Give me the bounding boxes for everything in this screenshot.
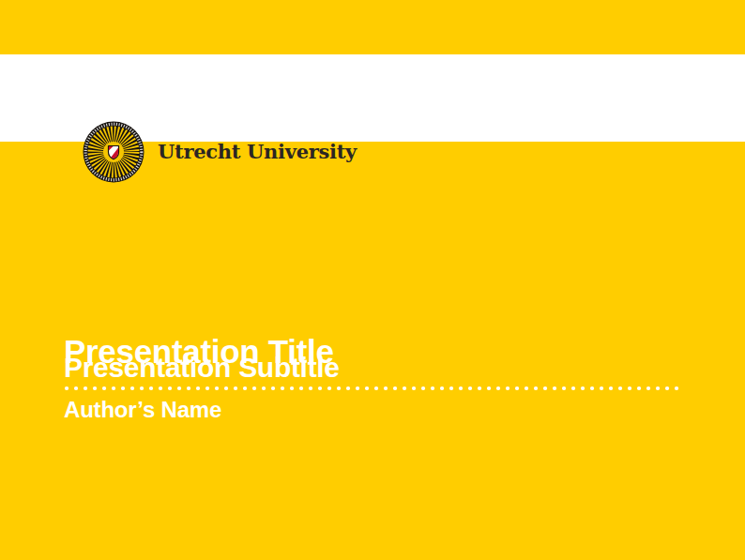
slide-content: Presentation Title Presentation Subtitle… bbox=[0, 142, 745, 560]
top-accent-band bbox=[0, 0, 745, 54]
dotted-divider bbox=[64, 385, 683, 392]
author-name: Author’s Name bbox=[64, 397, 221, 424]
presentation-subtitle: Presentation Subtitle bbox=[64, 351, 340, 385]
logo-band: Utrecht University bbox=[0, 54, 745, 142]
title-slide: Utrecht University Presentation Title Pr… bbox=[0, 0, 745, 560]
